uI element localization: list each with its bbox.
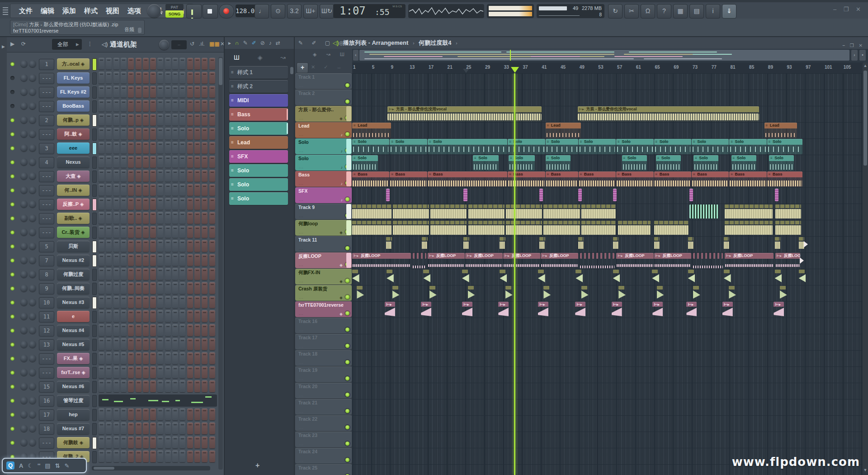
step-cell[interactable] (143, 380, 149, 392)
clip-wave0[interactable] (725, 220, 773, 236)
magnet-icon[interactable]: ∩ (235, 40, 239, 46)
track-dots[interactable]: ... (299, 132, 304, 137)
clip-lead[interactable]: ≡ Lead (546, 123, 581, 138)
track-filter-icons[interactable]: ◈ ↝ Ш (313, 52, 349, 57)
step-cell[interactable] (187, 226, 193, 238)
step-cell[interactable] (187, 184, 193, 196)
step-cell[interactable] (165, 58, 171, 70)
step-cell[interactable] (143, 184, 149, 196)
step-cell[interactable] (202, 128, 208, 140)
clip-pair[interactable] (654, 237, 660, 252)
step-cell[interactable] (179, 240, 185, 252)
channel-volume-knob[interactable] (29, 102, 36, 109)
step-cell[interactable] (150, 226, 156, 238)
step-cell[interactable] (99, 156, 104, 168)
step-cell[interactable] (99, 114, 104, 126)
step-cell[interactable] (202, 58, 208, 70)
step-cell[interactable] (99, 212, 104, 224)
step-cell[interactable] (150, 198, 156, 210)
channel-target-display[interactable]: --- (39, 367, 54, 379)
step-cell[interactable] (202, 352, 208, 364)
track-color-strip[interactable] (346, 204, 351, 219)
step-cell[interactable] (128, 212, 134, 224)
clip-fxin[interactable] (576, 269, 583, 285)
clip-fxin[interactable] (688, 269, 695, 285)
step-cell[interactable] (128, 352, 134, 364)
channel-target-display[interactable]: 7 (39, 255, 54, 266)
playhead-marker[interactable] (511, 67, 519, 73)
pattern-item[interactable]: ≡样式 1 (229, 66, 288, 79)
step-cell[interactable] (194, 114, 200, 126)
step-cell[interactable] (157, 114, 163, 126)
channel-selector[interactable] (92, 157, 97, 169)
clip-wave0[interactable] (506, 204, 542, 219)
step-cell[interactable] (136, 451, 142, 462)
step-cell[interactable] (150, 240, 156, 252)
step-cell[interactable] (157, 72, 163, 84)
channel-mute-led[interactable] (10, 342, 14, 347)
step-cell[interactable] (172, 282, 178, 294)
track-dots[interactable]: ... (299, 328, 304, 332)
playlist-track-header[interactable]: Solo...♪ (295, 155, 352, 171)
playlist-track-header[interactable]: Track 9... (295, 204, 352, 219)
step-cell[interactable] (179, 254, 185, 266)
step-cell[interactable] (136, 128, 142, 140)
channel-pan-knob[interactable] (20, 88, 28, 95)
track-enable-led[interactable] (345, 295, 349, 299)
step-cell[interactable] (157, 282, 163, 294)
channel-pan-knob[interactable] (20, 172, 28, 180)
record-button[interactable] (219, 4, 234, 19)
step-cell[interactable] (157, 198, 163, 210)
step-cell[interactable] (136, 86, 142, 98)
step-cell[interactable] (157, 451, 163, 462)
step-cell[interactable] (150, 310, 156, 322)
track-dots[interactable]: ... (299, 344, 304, 348)
step-cell[interactable] (106, 240, 112, 252)
playlist-track-header[interactable]: Track 20... (295, 383, 352, 399)
step-cell[interactable] (150, 324, 156, 336)
step-cell[interactable] (179, 296, 185, 308)
automation-tab-icon[interactable]: ↝ (280, 54, 286, 61)
step-cell[interactable] (209, 437, 215, 448)
channel-button[interactable]: Nexus #5 (57, 339, 90, 350)
step-cell[interactable] (165, 170, 171, 182)
channel-button[interactable]: 贝斯 (57, 241, 90, 252)
step-cell[interactable] (121, 254, 127, 266)
step-cell[interactable] (106, 296, 112, 308)
track-enable-led[interactable] (345, 311, 349, 315)
clip-wave0[interactable] (618, 220, 651, 236)
step-cell[interactable] (150, 114, 156, 126)
step-cell[interactable] (172, 240, 178, 252)
channel-target-display[interactable]: --- (39, 227, 54, 238)
step-cell[interactable] (128, 268, 134, 280)
track-enable-led[interactable] (345, 393, 349, 397)
track-dots[interactable]: ... (299, 295, 304, 299)
step-cell[interactable] (150, 100, 156, 112)
step-cell[interactable] (179, 198, 185, 210)
step-cell[interactable] (209, 58, 215, 70)
main-volume-knob[interactable] (147, 4, 161, 18)
clip-rev[interactable]: ⊢▸ (686, 302, 697, 317)
metronome-icon[interactable]: ♩ (255, 4, 269, 19)
step-cell[interactable] (121, 240, 127, 252)
channel-selector[interactable] (92, 367, 97, 379)
track-color-strip[interactable] (346, 106, 351, 121)
track-dots[interactable]: ... (299, 425, 304, 430)
step-cell[interactable] (106, 437, 112, 448)
clip-bass[interactable]: ≡ Bass (616, 171, 653, 187)
channel-target-display[interactable]: 5 (39, 241, 54, 252)
clip-rev[interactable]: ⊢▸ (652, 302, 663, 317)
step-cell[interactable] (150, 380, 156, 392)
playlist-track-header[interactable]: 何鹏FX-IN...◈ (295, 269, 352, 285)
mic-icon[interactable]: Ω (641, 4, 655, 19)
step-cell[interactable] (179, 128, 185, 140)
track-dots[interactable]: ... (299, 181, 304, 185)
step-cell[interactable] (187, 380, 193, 392)
step-cell[interactable] (136, 254, 142, 266)
step-cell[interactable] (106, 72, 112, 84)
step-cell[interactable] (179, 156, 185, 168)
step-cell[interactable] (136, 352, 142, 364)
channel-pan-knob[interactable] (20, 102, 28, 109)
step-cell[interactable] (106, 268, 112, 280)
playlist-grid[interactable]: ⊢▸ 方辰 - 那么爱你也没用vocal⊢▸ 方辰 - 那么爱你也没用vocal… (352, 73, 863, 475)
